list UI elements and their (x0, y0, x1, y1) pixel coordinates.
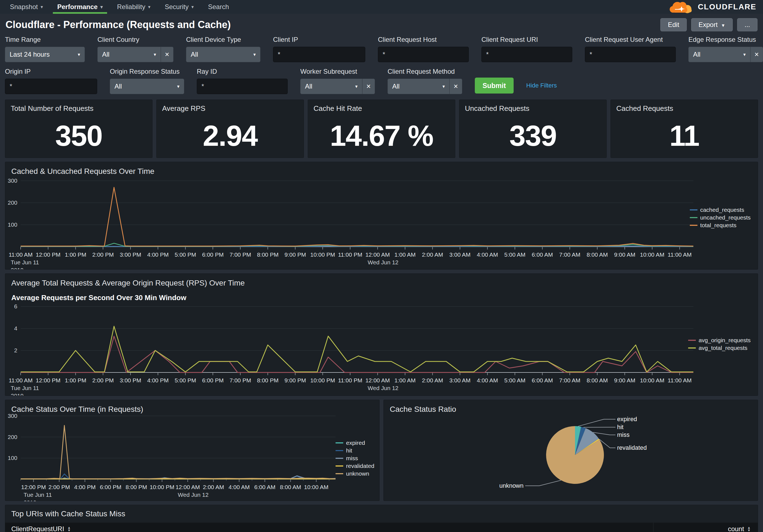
client-request-method-clear-button[interactable]: × (450, 79, 462, 94)
edge-response-status-select[interactable]: All▾ (689, 47, 750, 62)
select-value: All (115, 83, 122, 90)
brand-text: CLOUDFLARE (698, 2, 756, 11)
x-tick-label: 11:00 AM (9, 251, 33, 258)
x-tick-label: 10:00 AM (640, 377, 664, 384)
ray-id-input[interactable] (197, 79, 288, 94)
filter-label: Client Device Type (186, 36, 261, 44)
chevron-down-icon: ▾ (41, 4, 43, 10)
legend-item-expired[interactable]: expired (336, 440, 374, 446)
filter-label: Client Request User Agent (585, 36, 676, 44)
pie-label-expired: expired (617, 416, 637, 422)
filter-label: Worker Subrequest (300, 68, 375, 75)
nav-item-snapshot[interactable]: Snapshot▾ (3, 0, 50, 14)
client-request-host-input[interactable] (378, 47, 469, 62)
x-tick-label: 11:00 AM (668, 251, 692, 258)
client-request-method-select[interactable]: All▾ (387, 79, 450, 94)
edit-button[interactable]: Edit (660, 18, 687, 31)
sort-icon: ▲▼ (67, 526, 71, 532)
legend-item-hit[interactable]: hit (336, 447, 374, 454)
x-tick-label: 1:00 PM (65, 377, 86, 384)
client-ip-input[interactable] (273, 47, 365, 62)
x-tick-label: 3:00 PM (120, 251, 141, 258)
x-tick-label: 3:00 AM (450, 251, 471, 258)
client-country-clear-button[interactable]: × (161, 47, 173, 62)
client-country-select[interactable]: All▾ (97, 47, 161, 62)
nav-item-label: Snapshot (10, 3, 38, 11)
x-tick-sublabel: Wed Jun 12 (368, 259, 398, 265)
x-tick-label: 4:00 AM (228, 484, 250, 490)
chevron-down-icon: ▾ (253, 52, 256, 57)
time-range-select[interactable]: Last 24 hours▾ (5, 47, 85, 62)
legend-item-avg_total_requests[interactable]: avg_total_requests (688, 345, 751, 351)
series-line-total_requests (21, 187, 693, 246)
filter-label: Client Request Method (387, 68, 462, 75)
x-tick-label: 11:00 AM (668, 377, 692, 384)
legend-item-avg_origin_requests[interactable]: avg_origin_requests (688, 337, 751, 344)
x-tick-sublabel: Tue Jun 11 (11, 385, 39, 391)
export-button[interactable]: Export▼ (691, 18, 733, 31)
client-request-user-agent-input[interactable] (585, 47, 676, 62)
legend-swatch (336, 466, 343, 467)
filter-client-device-type: Client Device TypeAll▾ (186, 36, 261, 62)
x-tick-label: 1:00 PM (65, 251, 86, 258)
worker-subrequest-select[interactable]: All▾ (300, 79, 362, 94)
panel-title: Cache Status Over Time (in Requests) (5, 400, 379, 414)
legend-item-uncached_requests[interactable]: uncached_requests (690, 214, 751, 221)
nav-item-performance[interactable]: Performance▾ (50, 0, 110, 14)
origin-ip-input[interactable] (5, 79, 97, 94)
filter-client-request-user-agent: Client Request User Agent (585, 36, 676, 62)
select-value: All (392, 83, 400, 90)
avg-rps-chart: 24611:00 AMTue Jun 11201912:00 PM1:00 PM… (5, 302, 757, 396)
filter-control: All▾× (97, 47, 173, 62)
sort-icon: ▲▼ (747, 526, 751, 532)
x-tick-label: 6:00 AM (254, 484, 275, 490)
y-axis-label: 100 (8, 222, 17, 228)
x-tick-label: 3:00 AM (450, 377, 471, 384)
filter-label: Origin IP (5, 68, 97, 75)
edge-response-status-clear-button[interactable]: × (750, 47, 763, 62)
legend-item-revalidated[interactable]: revalidated (336, 463, 374, 469)
more-options-button[interactable]: ... (737, 18, 757, 31)
hide-filters-link[interactable]: Hide Filters (526, 78, 557, 89)
nav-item-security[interactable]: Security▾ (158, 0, 201, 14)
worker-subrequest-clear-button[interactable]: × (362, 79, 375, 94)
select-value: All (102, 50, 110, 58)
client-request-uri-input[interactable] (482, 47, 572, 62)
origin-response-status-select[interactable]: All▾ (110, 79, 184, 94)
legend-item-total_requests[interactable]: total_requests (690, 222, 751, 228)
filter-origin-response-status: Origin Response StatusAll▾ (110, 68, 184, 94)
filter-time-range: Time RangeLast 24 hours▾ (5, 36, 85, 62)
pie-callout-line (525, 480, 561, 486)
submit-button[interactable]: Submit (475, 78, 514, 94)
nav-item-search[interactable]: Search (201, 0, 236, 14)
legend-item-cached_requests[interactable]: cached_requests (690, 207, 751, 213)
y-axis-label: 300 (8, 177, 17, 184)
legend-swatch (690, 225, 698, 226)
chevron-down-icon: ▾ (743, 52, 746, 57)
legend-item-miss[interactable]: miss (336, 455, 374, 462)
table-title: Top URIs with Cache Status Miss (5, 505, 758, 523)
series-line-unknown (21, 425, 336, 479)
cache-status-pie-chart: expiredhitmissrevalidatedunknown (384, 414, 757, 501)
legend-label: total_requests (700, 222, 736, 228)
nav-item-label: Reliability (117, 3, 145, 11)
legend-item-unknown[interactable]: unknown (336, 470, 374, 477)
x-tick-label: 4:00 AM (477, 251, 498, 258)
x-tick-label: 4:00 PM (147, 377, 169, 384)
x-tick-label: 2:00 AM (422, 377, 443, 384)
pie-label-hit: hit (617, 424, 623, 430)
legend-swatch (336, 450, 343, 451)
filter-label: Client Request URI (482, 36, 572, 44)
filter-row-2: Origin IPOrigin Response StatusAll▾Ray I… (5, 68, 758, 94)
column-header-clientrequesturi[interactable]: ClientRequestURI ▲▼ (5, 525, 653, 532)
column-header-count[interactable]: count ▲▼ (653, 523, 758, 532)
x-tick-label: 1:00 AM (394, 377, 416, 384)
filter-client-ip: Client IP (273, 36, 365, 62)
client-device-type-select[interactable]: All▾ (186, 47, 261, 62)
x-tick-label: 8:00 PM (126, 484, 147, 490)
y-axis-label: 200 (8, 434, 17, 440)
y-axis-label: 300 (8, 414, 17, 419)
chevron-down-icon: ▾ (100, 4, 103, 10)
x-tick-label: 8:00 AM (587, 377, 608, 384)
nav-item-reliability[interactable]: Reliability▾ (110, 0, 158, 14)
